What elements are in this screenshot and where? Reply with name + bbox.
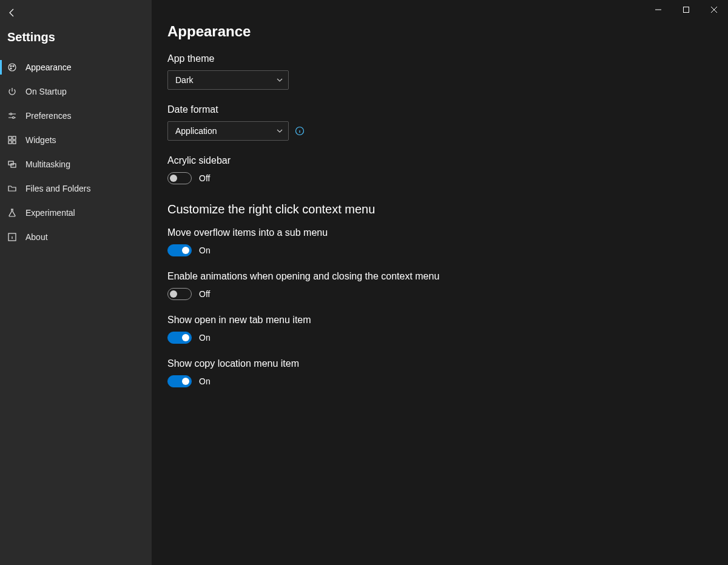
sidebar-item-label: On Startup [25, 87, 67, 96]
back-button[interactable] [0, 4, 24, 22]
sidebar-item-label: Appearance [25, 62, 72, 72]
window-controls [644, 0, 728, 19]
chevron-down-icon [276, 127, 283, 135]
date-format-select[interactable]: Application [167, 121, 289, 141]
acrylic-toggle[interactable] [167, 172, 192, 184]
combo-value: Application [175, 126, 217, 136]
main-content: Appearance App theme Dark Date format Ap… [152, 0, 728, 565]
toggle-state: Off [199, 289, 210, 299]
sidebar-item-widgets[interactable]: Widgets [0, 128, 152, 152]
app-theme-select[interactable]: Dark [167, 70, 289, 90]
sidebar-item-label: Widgets [25, 135, 56, 145]
sidebar-item-label: About [25, 232, 48, 242]
settings-sidebar: Settings Appearance On Startup Preferenc… [0, 0, 152, 565]
app-root: Settings Appearance On Startup Preferenc… [0, 0, 728, 565]
sidebar-item-appearance[interactable]: Appearance [0, 55, 152, 79]
svg-rect-8 [8, 141, 12, 144]
setting-acrylic-sidebar: Acrylic sidebar Off [167, 155, 507, 184]
minimize-icon [655, 7, 661, 13]
svg-rect-13 [684, 7, 689, 13]
folder-icon [7, 184, 17, 193]
setting-context-animations: Enable animations when opening and closi… [167, 271, 507, 300]
widgets-icon [7, 135, 17, 145]
setting-label: Enable animations when opening and closi… [167, 271, 507, 282]
svg-point-1 [10, 65, 12, 67]
svg-point-0 [8, 64, 16, 71]
sidebar-item-about[interactable]: About [0, 225, 152, 249]
sidebar-item-files-and-folders[interactable]: Files and Folders [0, 176, 152, 201]
minimize-button[interactable] [644, 0, 672, 19]
info-square-icon [7, 232, 17, 242]
toggle-state: On [199, 333, 211, 343]
nav-list: Appearance On Startup Preferences Widget… [0, 55, 152, 249]
svg-rect-9 [13, 141, 16, 144]
svg-rect-6 [8, 136, 12, 139]
sidebar-item-experimental[interactable]: Experimental [0, 201, 152, 225]
sidebar-item-label: Preferences [25, 111, 71, 121]
setting-label: Acrylic sidebar [167, 155, 507, 166]
setting-overflow-submenu: Move overflow items into a sub menu On [167, 227, 507, 256]
setting-label: Show open in new tab menu item [167, 315, 507, 326]
sidebar-item-label: Files and Folders [25, 184, 90, 193]
toggle-state: On [199, 376, 211, 386]
setting-copy-location: Show copy location menu item On [167, 358, 507, 387]
overflow-toggle[interactable] [167, 244, 192, 256]
setting-open-new-tab: Show open in new tab menu item On [167, 315, 507, 344]
sidebar-item-preferences[interactable]: Preferences [0, 104, 152, 128]
toggle-state: On [199, 246, 211, 255]
sidebar-item-label: Experimental [25, 208, 75, 218]
maximize-button[interactable] [672, 0, 700, 19]
svg-point-5 [13, 117, 15, 119]
multitasking-icon [7, 159, 17, 169]
maximize-icon [683, 7, 689, 13]
page-title: Appearance [167, 23, 507, 40]
combo-value: Dark [175, 75, 194, 85]
animations-toggle[interactable] [167, 288, 192, 300]
arrow-left-icon [7, 8, 17, 18]
close-button[interactable] [700, 0, 728, 19]
flask-icon [7, 208, 17, 218]
sidebar-item-label: Multitasking [25, 159, 70, 169]
setting-label: Move overflow items into a sub menu [167, 227, 507, 238]
svg-point-2 [13, 65, 14, 67]
palette-icon [7, 62, 17, 72]
copylocation-toggle[interactable] [167, 375, 192, 387]
setting-label: App theme [167, 53, 507, 64]
sidebar-title: Settings [0, 22, 152, 55]
setting-date-format: Date format Application [167, 104, 507, 141]
newtab-toggle[interactable] [167, 332, 192, 344]
sliders-icon [7, 111, 17, 121]
section-context-menu-title: Customize the right click context menu [167, 202, 507, 216]
svg-point-3 [10, 68, 12, 69]
info-icon[interactable] [295, 126, 305, 136]
svg-rect-7 [13, 136, 16, 139]
chevron-down-icon [276, 76, 283, 84]
setting-app-theme: App theme Dark [167, 53, 507, 90]
setting-label: Show copy location menu item [167, 358, 507, 369]
power-icon [7, 87, 17, 96]
setting-label: Date format [167, 104, 507, 115]
sidebar-item-multitasking[interactable]: Multitasking [0, 152, 152, 176]
svg-point-4 [10, 113, 12, 115]
sidebar-item-on-startup[interactable]: On Startup [0, 79, 152, 104]
close-icon [711, 7, 717, 13]
toggle-state: Off [199, 173, 210, 183]
